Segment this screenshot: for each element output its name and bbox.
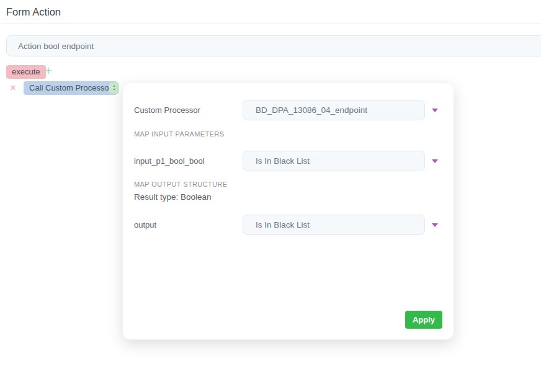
node-menu-icon[interactable]: : [109,82,119,94]
input-param-field-row: input_p1_bool_bool Is In Black List [134,151,442,171]
action-name-input[interactable] [6,35,541,56]
processor-field-row: Custom Processor BD_DPA_13086_04_endpoin… [134,100,442,120]
output-select[interactable]: Is In Black List [243,215,425,235]
processor-select-value: BD_DPA_13086_04_endpoint [256,105,367,115]
call-custom-processor-badge[interactable]: Call Custom Processor [24,81,117,95]
map-output-structure-header: MAP OUTPUT STRUCTURE [134,180,228,188]
execute-badge[interactable]: execute [6,65,46,79]
chevron-down-icon[interactable] [432,159,438,163]
processor-select[interactable]: BD_DPA_13086_04_endpoint [243,100,425,120]
apply-button[interactable]: Apply [405,311,442,329]
output-select-value: Is In Black List [256,220,310,229]
output-field-row: output Is In Black List [134,215,442,235]
input-param-select[interactable]: Is In Black List [243,151,425,171]
map-input-parameters-header: MAP INPUT PARAMETERS [134,130,225,138]
header-divider [0,24,541,24]
add-action-icon[interactable]: + [45,64,52,78]
chevron-down-icon[interactable] [432,223,438,227]
page-title: Form Action [6,6,61,18]
input-param-label: input_p1_bool_bool [134,156,243,166]
chevron-down-icon[interactable] [432,109,438,112]
result-type-text: Result type: Boolean [134,192,212,202]
processor-label: Custom Processor [134,105,243,115]
output-label: output [134,220,243,229]
custom-processor-modal: Custom Processor BD_DPA_13086_04_endpoin… [122,82,454,340]
remove-action-icon[interactable]: × [10,82,16,94]
input-param-select-value: Is In Black List [256,156,310,166]
